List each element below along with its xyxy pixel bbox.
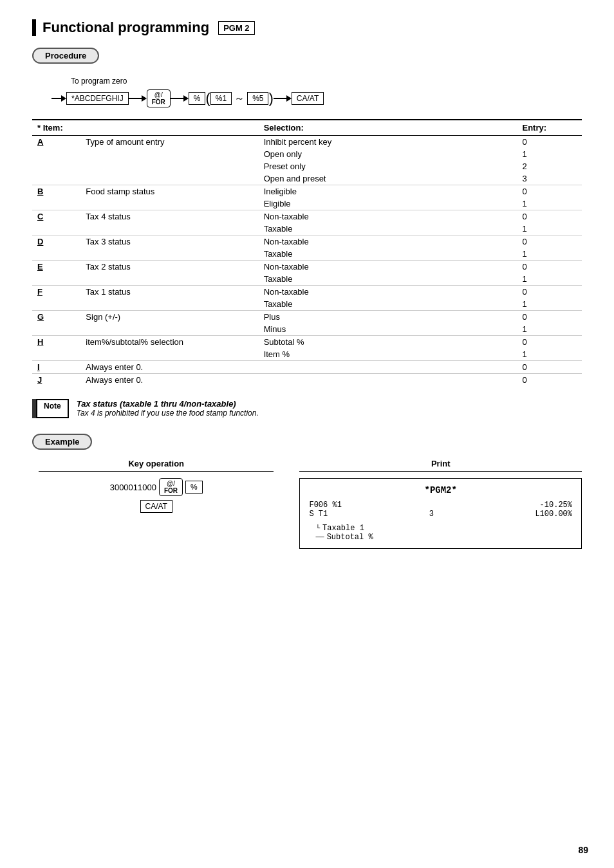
item-desc-cell <box>80 323 258 336</box>
table-row: Open only1 <box>32 148 582 160</box>
table-row: Preset only2 <box>32 160 582 172</box>
item-desc-cell <box>80 348 258 361</box>
item-letter-cell: F <box>32 286 80 299</box>
page-title: Functional programming <box>42 19 209 36</box>
page-title-row: Functional programming PGM 2 <box>32 19 582 36</box>
item-selection-cell: Eligible <box>259 198 517 210</box>
print-line1-right: -10.25% <box>540 501 572 510</box>
abcdefghij-label: *ABCDEFGHIJ <box>71 94 124 103</box>
item-entry-cell: 1 <box>517 148 582 160</box>
item-letter-cell: G <box>32 311 80 324</box>
tilde-symbol: ～ <box>234 92 245 106</box>
item-selection-cell: Non-taxable <box>259 235 517 248</box>
table-row: JAlways enter 0.0 <box>32 374 582 387</box>
item-letter: G <box>37 312 44 322</box>
item-desc-cell: Always enter 0. <box>80 361 258 374</box>
item-letter-cell <box>32 273 80 286</box>
item-entry-cell: 0 <box>517 286 582 299</box>
item-letter: J <box>37 375 42 385</box>
item-letter-cell: E <box>32 261 80 273</box>
annotation-2-line: ── Subtotal % <box>315 533 572 542</box>
item-desc-cell <box>80 160 258 172</box>
item-desc-cell: Tax 4 status <box>80 210 258 223</box>
item-entry-cell: 0 <box>517 261 582 273</box>
percent-box: % <box>189 92 206 105</box>
print-line2-left: S T1 <box>309 510 328 519</box>
table-row: ETax 2 statusNon-taxable0 <box>32 261 582 273</box>
annotation-1-line: └ Taxable 1 <box>315 524 572 533</box>
item-desc-cell <box>80 198 258 210</box>
item-desc-cell <box>80 273 258 286</box>
print-line2-right: L100.00% <box>535 510 572 519</box>
item-desc-cell: Type of amount entry <box>80 136 258 149</box>
item-selection-cell: Inhibit percent key <box>259 136 517 149</box>
item-selection-cell: Taxable <box>259 298 517 311</box>
item-entry-cell: 1 <box>517 348 582 361</box>
percent1-label: %1 <box>216 94 227 103</box>
connector-2: ── <box>315 533 324 541</box>
item-selection-cell: Non-taxable <box>259 210 517 223</box>
connector-1: └ <box>315 524 320 532</box>
item-selection-cell: Open only <box>259 148 517 160</box>
item-letter: E <box>37 262 43 272</box>
print-header: *PGM2* <box>309 485 572 495</box>
item-entry-cell: 1 <box>517 248 582 261</box>
item-entry-cell: 0 <box>517 210 582 223</box>
header-entry: Entry: <box>517 120 582 136</box>
percent-key-example: % <box>185 481 203 494</box>
item-desc-cell: Always enter 0. <box>80 374 258 387</box>
table-row: DTax 3 statusNon-taxable0 <box>32 235 582 248</box>
item-letter-cell <box>32 160 80 172</box>
table-row: IAlways enter 0.0 <box>32 361 582 374</box>
print-line2-mid: 3 <box>429 510 434 519</box>
item-entry-cell: 0 <box>517 235 582 248</box>
item-letter: D <box>37 237 43 246</box>
percent-label: % <box>194 94 201 103</box>
items-table: * Item: Selection: Entry: AType of amoun… <box>32 119 582 386</box>
page-number: 89 <box>578 845 588 855</box>
item-entry-cell: 0 <box>517 336 582 349</box>
item-selection-cell: Taxable <box>259 223 517 235</box>
header-item: * Item: <box>32 120 80 136</box>
open-paren: ( <box>205 91 210 106</box>
header-selection: Selection: <box>259 120 517 136</box>
item-entry-cell: 1 <box>517 223 582 235</box>
item-letter-cell <box>32 172 80 185</box>
item-selection-cell: Non-taxable <box>259 261 517 273</box>
print-row-2: S T1 3 L100.00% <box>309 510 572 519</box>
item-letter-cell: H <box>32 336 80 349</box>
item-selection-cell: Taxable <box>259 273 517 286</box>
print-section: Print *PGM2* F006 %1 -10.25% S T1 3 L100… <box>299 459 582 549</box>
item-letter: A <box>37 137 43 147</box>
item-desc-cell: Sign (+/-) <box>80 311 258 324</box>
example-label: Example <box>32 434 92 450</box>
arrow3 <box>274 95 292 102</box>
abcdefghij-box: *ABCDEFGHIJ <box>66 92 129 105</box>
table-row: Hitem%/subtotal% selectionSubtotal %0 <box>32 336 582 349</box>
table-row: CTax 4 statusNon-taxable0 <box>32 210 582 223</box>
item-letter-cell <box>32 223 80 235</box>
item-selection-cell: Taxable <box>259 248 517 261</box>
item-selection-cell: Ineligible <box>259 185 517 198</box>
item-selection-cell: Item % <box>259 348 517 361</box>
item-desc-cell <box>80 248 258 261</box>
table-row: Taxable1 <box>32 298 582 311</box>
annotation-2: Subtotal % <box>327 533 373 542</box>
item-selection-cell <box>259 361 517 374</box>
item-letter: H <box>37 337 43 347</box>
key-operation-section: Key operation 3000011000 @/ FOR % CA/AT <box>39 459 274 549</box>
table-row: FTax 1 statusNon-taxable0 <box>32 286 582 299</box>
item-letter: B <box>37 187 43 196</box>
table-row: BFood stamp statusIneligible0 <box>32 185 582 198</box>
print-annotations: └ Taxable 1 ── Subtotal % <box>309 524 572 542</box>
note-box: Note Tax status (taxable 1 thru 4/non-ta… <box>32 399 582 418</box>
item-desc-cell: Tax 1 status <box>80 286 258 299</box>
at-sign: @/ <box>154 91 163 98</box>
item-letter-cell: A <box>32 136 80 149</box>
table-row: Item %1 <box>32 348 582 361</box>
table-row: Eligible1 <box>32 198 582 210</box>
pgm-badge: PGM 2 <box>218 21 254 35</box>
flow-diagram: *ABCDEFGHIJ @/ FOR % ( <box>51 89 582 107</box>
key-row-2: CA/AT <box>140 500 172 513</box>
header-desc <box>80 120 258 136</box>
